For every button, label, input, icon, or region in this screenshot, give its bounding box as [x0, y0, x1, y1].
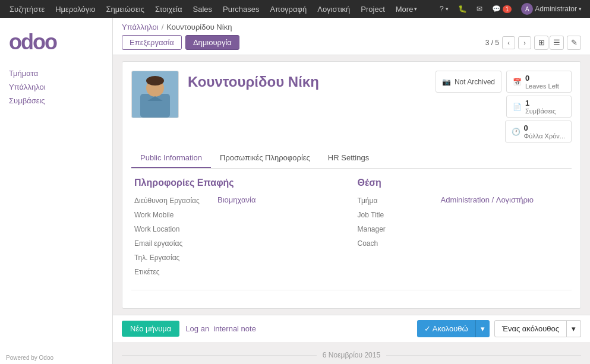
help-button[interactable]: ? ▾: [436, 0, 452, 18]
stat-row-2: 📄 1 Συμβάσεις: [436, 96, 572, 118]
calendar-icon: 📅: [513, 78, 522, 86]
navbar-item-more[interactable]: More ▾: [391, 0, 422, 18]
log-note-link[interactable]: internal note: [213, 324, 256, 333]
position-section-title: Θέση: [358, 178, 569, 188]
not-archived-badge[interactable]: 📷 Not Archived: [436, 71, 501, 93]
leaves-label: Leaves Left: [525, 83, 559, 90]
field-work-phone: Τηλ. Εργασίας: [134, 252, 346, 262]
list-view-button[interactable]: ☰: [550, 36, 564, 50]
toolbar: Επεξεργασία Δημιουργία 3 / 5 ‹ › ⊞ ☰ ✎: [122, 35, 581, 55]
contact-section-title: Πληροφορίες Επαφής: [134, 178, 346, 188]
follow-button[interactable]: ✓ Ακολουθώ: [417, 320, 475, 337]
field-job-title: Job Title: [358, 210, 569, 219]
field-coach: Coach: [358, 238, 569, 248]
stat-row-1: 📷 Not Archived 📅 0 Leaves Left: [436, 71, 572, 93]
messages-badge: 1: [503, 5, 512, 13]
navbar-item-contacts[interactable]: Στοιχεία: [150, 0, 187, 18]
field-manager: Manager: [358, 224, 569, 233]
tab-hr[interactable]: HR Settings: [319, 148, 378, 168]
navbar-item-accounting[interactable]: Λογιστική: [313, 0, 355, 18]
employee-info: Κουντουρίδου Νίκη: [188, 71, 427, 90]
chat-icon: 💬: [492, 5, 501, 13]
field-label-work-mobile: Work Mobile: [134, 210, 212, 219]
toolbar-right: 3 / 5 ‹ › ⊞ ☰ ✎: [485, 36, 581, 50]
chatter-line-right: [386, 355, 581, 356]
navbar-item-notes[interactable]: Σημειώσεις: [101, 0, 149, 18]
field-value-department[interactable]: Administration / Λογιστήριο: [441, 195, 534, 204]
chatter-date: 6 Νοεμβρίου 2015: [323, 348, 380, 362]
navbar-item-sales[interactable]: Sales: [188, 0, 217, 18]
create-button[interactable]: Δημιουργία: [185, 35, 239, 50]
follow-group: ✓ Ακολουθώ ▾: [417, 320, 490, 337]
chatter-line-left: [122, 355, 317, 356]
position-section: Θέση Τμήμα Administration / Λογιστήριο J…: [358, 178, 569, 281]
logo-text: odoo: [9, 30, 56, 54]
clock-icon: 🕐: [512, 128, 520, 136]
question-icon: ?: [440, 5, 444, 13]
edit-button[interactable]: Επεξεργασία: [122, 35, 182, 50]
log-note-prefix: Log an: [185, 324, 209, 333]
contracts-stat[interactable]: 📄 1 Συμβάσεις: [506, 96, 572, 118]
sidebar-item-departments[interactable]: Τμήματα: [0, 67, 112, 80]
log-note[interactable]: Log an internal note: [185, 324, 256, 333]
tab-personal[interactable]: Προσωπικές Πληροφορίες: [211, 148, 319, 168]
chat-button[interactable]: 💬 1: [488, 0, 516, 18]
view-toggle: ⊞ ☰: [534, 36, 564, 50]
kanban-view-button[interactable]: ⊞: [534, 36, 548, 50]
toolbar-left: Επεξεργασία Δημιουργία: [122, 35, 239, 50]
pager-text: 3 / 5: [485, 39, 499, 47]
navbar-item-inventory[interactable]: Απογραφή: [265, 0, 311, 18]
chevron-down-icon-follow: ▾: [481, 324, 485, 333]
action-bar: Νέο μήνυμα Log an internal note ✓ Ακολου…: [113, 315, 590, 342]
navbar: Συζητήστε Ημερολόγιο Σημειώσεις Στοιχεία…: [0, 0, 590, 18]
follower-button[interactable]: Ένας ακόλουθος: [494, 320, 567, 337]
envelope-icon: ✉: [477, 5, 482, 13]
navbar-item-purchases[interactable]: Purchases: [218, 0, 264, 18]
bug-icon: 🐛: [458, 5, 467, 13]
follower-btn-group: Ένας ακόλουθος ▾: [494, 320, 581, 337]
mail-button[interactable]: ✉: [473, 0, 486, 18]
tab-public[interactable]: Public Information: [131, 148, 211, 168]
field-value-work-address[interactable]: Βιομηχανία: [217, 195, 255, 204]
field-work-location: Work Location: [134, 224, 346, 233]
contact-section: Πληροφορίες Επαφής Διεύθυνση Εργασίας Βι…: [134, 178, 346, 281]
admin-menu[interactable]: A Administrator ▾: [518, 0, 585, 18]
follow-dropdown[interactable]: ▾: [475, 320, 490, 337]
employee-stats: 📷 Not Archived 📅 0 Leaves Left: [436, 71, 572, 143]
field-work-address: Διεύθυνση Εργασίας Βιομηχανία: [134, 195, 346, 205]
navbar-item-discuss[interactable]: Συζητήστε: [5, 0, 49, 18]
form-edit-button[interactable]: ✎: [567, 36, 581, 50]
breadcrumb: Υπάλληλοι / Κουντουρίδου Νίκη: [122, 23, 581, 31]
timesheets-stat[interactable]: 🕐 0 Φύλλα Χρόν...: [505, 121, 572, 143]
field-tags: Ετικέτες: [134, 267, 346, 276]
follower-dropdown[interactable]: ▾: [567, 320, 581, 337]
field-label-work-phone: Τηλ. Εργασίας: [134, 252, 212, 262]
chatter-area: 6 Νοεμβρίου 2015: [113, 342, 590, 364]
field-label-work-email: Email εργασίας: [134, 238, 212, 248]
pager-prev[interactable]: ‹: [502, 36, 515, 49]
pager-next[interactable]: ›: [518, 36, 531, 49]
main-content: Υπάλληλοι / Κουντουρίδου Νίκη Επεξεργασί…: [113, 18, 590, 364]
admin-label: Administrator: [535, 5, 577, 13]
employee-name: Κουντουρίδου Νίκη: [188, 71, 427, 90]
sidebar-item-contracts[interactable]: Συμβάσεις: [0, 94, 112, 107]
chevron-down-icon-follower: ▾: [572, 324, 576, 333]
sidebar-nav: Τμήματα Υπάλληλοι Συμβάσεις: [0, 64, 112, 110]
chatter-date-line: 6 Νοεμβρίου 2015: [122, 348, 581, 362]
navbar-item-project[interactable]: Project: [356, 0, 389, 18]
logo: odoo: [0, 24, 112, 64]
contracts-label: Συμβάσεις: [525, 107, 556, 115]
navbar-item-calendar[interactable]: Ημερολόγιο: [51, 0, 100, 18]
field-label-work-location: Work Location: [134, 224, 212, 233]
sidebar-item-employees[interactable]: Υπάλληλοι: [0, 80, 112, 94]
breadcrumb-parent[interactable]: Υπάλληλοι: [122, 23, 159, 31]
field-work-mobile: Work Mobile: [134, 210, 346, 219]
debug-button[interactable]: 🐛: [455, 0, 471, 18]
stat-row-3: 🕐 0 Φύλλα Χρόν...: [436, 121, 572, 143]
leaves-stat[interactable]: 📅 0 Leaves Left: [506, 71, 572, 93]
new-message-button[interactable]: Νέο μήνυμα: [122, 321, 179, 337]
employee-card: Κουντουρίδου Νίκη 📷 Not Archived 📅 0 Lea…: [122, 61, 581, 309]
document-icon: 📄: [513, 103, 522, 111]
main-layout: odoo Τμήματα Υπάλληλοι Συμβάσεις Powered…: [0, 18, 590, 364]
svg-point-3: [146, 76, 164, 86]
